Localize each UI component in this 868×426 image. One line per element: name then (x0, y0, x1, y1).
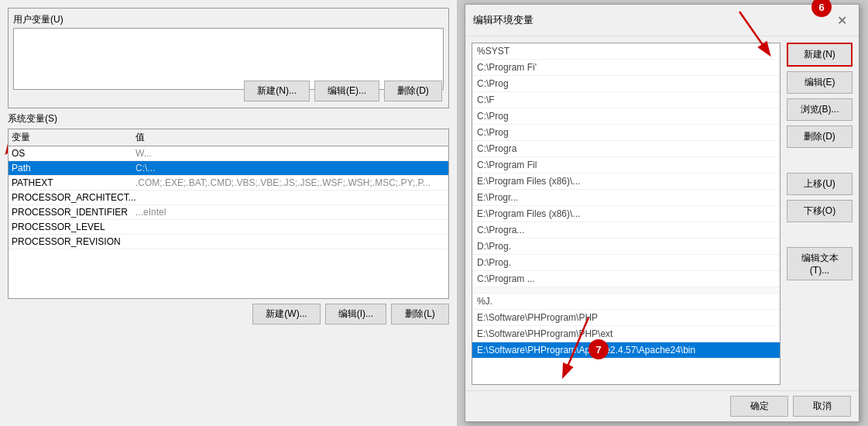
user-vars-section: 用户变量(U) 新建(N)... 编辑(E)... 删除(D) (8, 8, 449, 108)
col-val-header: 值 (136, 131, 445, 144)
cancel-button[interactable]: 取消 (793, 396, 851, 417)
sys-vars-section: 系统变量(S) 变量 值 OSW...PathC:\...PATHEXT.COM… (8, 112, 449, 383)
env-list-items: %SYSTC:\Program Fi'C:\ProgC:\FC:\ProgC:\… (472, 43, 780, 359)
var-cell: OS (12, 148, 136, 159)
move-down-button[interactable]: 下移(O) (787, 200, 853, 222)
table-row[interactable]: PROCESSOR_IDENTIFIER...eIntel (9, 205, 448, 220)
col-var-header: 变量 (12, 131, 136, 144)
list-item[interactable]: E:\Program Files (x86)\... (472, 173, 780, 190)
table-row[interactable]: PROCESSOR_ARCHITECT... (9, 191, 448, 205)
list-item[interactable]: C:\Program Fi' (472, 60, 780, 76)
list-item[interactable]: C:\F (472, 92, 780, 108)
val-cell (136, 236, 445, 247)
edit-text-button[interactable]: 编辑文本(T)... (787, 247, 853, 280)
user-vars-btn-row: 新建(N)... 编辑(E)... 删除(D) (244, 81, 442, 101)
var-cell: Path (12, 163, 136, 173)
left-panel: 用户变量(U) 新建(N)... 编辑(E)... 删除(D) 5 双击 系统变… (0, 0, 457, 426)
list-item[interactable] (472, 287, 780, 294)
dialog-buttons: 新建(N) 编辑(E) 浏览(B)... 删除(D) 上移(U) 下移(O) 编… (787, 43, 853, 385)
confirm-button[interactable]: 确定 (730, 396, 788, 417)
close-button[interactable]: ✕ (832, 11, 851, 29)
env-list[interactable]: %SYSTC:\Program Fi'C:\ProgC:\FC:\ProgC:\… (472, 43, 781, 385)
list-item[interactable]: %J. (472, 294, 780, 310)
table-header: 变量 值 (9, 129, 448, 146)
list-item[interactable]: E:\Software\PHProgram\Apache2.4.57\Apach… (472, 342, 780, 359)
table-row[interactable]: OSW... (9, 146, 448, 161)
table-row[interactable]: PATHEXT.COM;.EXE;.BAT;.CMD;.VBS;.VBE;.JS… (9, 176, 448, 191)
user-new-button[interactable]: 新建(N)... (244, 81, 310, 101)
var-cell: PROCESSOR_ARCHITECT... (12, 192, 136, 203)
edit-button[interactable]: 编辑(E) (787, 71, 853, 94)
user-vars-label: 用户变量(U) (9, 9, 448, 28)
list-item[interactable]: C:\Program ... (472, 271, 780, 287)
val-cell: .COM;.EXE;.BAT;.CMD;.VBS;.VBE;.JS;.JSE;.… (136, 177, 445, 188)
var-cell: PROCESSOR_LEVEL (12, 222, 136, 232)
var-cell: PROCESSOR_REVISION (12, 236, 136, 247)
dialog-title: 编辑环境变量 (473, 13, 533, 27)
sys-vars-table: 变量 值 OSW...PathC:\...PATHEXT.COM;.EXE;.B… (8, 129, 449, 299)
dialog-titlebar: 编辑环境变量 ✕ (465, 5, 859, 36)
move-up-button[interactable]: 上移(U) (787, 173, 853, 195)
table-row[interactable]: PROCESSOR_LEVEL (9, 220, 448, 235)
sys-edit-button[interactable]: 编辑(I)... (325, 304, 386, 325)
user-delete-button[interactable]: 删除(D) (384, 81, 442, 101)
list-item[interactable]: %SYST (472, 43, 780, 60)
list-item[interactable]: E:\Software\PHProgram\PHP (472, 310, 780, 326)
browse-button[interactable]: 浏览(B)... (787, 98, 853, 121)
dialog-body: %SYSTC:\Program Fi'C:\ProgC:\FC:\ProgC:\… (465, 36, 859, 391)
val-cell (136, 222, 445, 232)
list-item[interactable]: C:\Prog (472, 108, 780, 125)
var-cell: PATHEXT (12, 177, 136, 188)
new-button[interactable]: 新建(N) (787, 43, 853, 67)
right-panel: 编辑环境变量 ✕ 6 %SYSTC:\Program Fi'C:\ProgC:\… (465, 4, 859, 422)
var-cell: PROCESSOR_IDENTIFIER (12, 207, 136, 218)
list-item[interactable]: D:\Prog. (472, 239, 780, 255)
user-edit-button[interactable]: 编辑(E)... (314, 81, 379, 101)
sys-vars-btn-row: 新建(W)... 编辑(I)... 删除(L) (8, 304, 449, 325)
val-cell: C:\... (136, 163, 445, 173)
table-row[interactable]: PROCESSOR_REVISION (9, 235, 448, 249)
list-item[interactable]: E:\Program Files (x86)\... (472, 206, 780, 222)
badge-7: 7 (588, 339, 609, 359)
list-item[interactable]: E:\Progr... (472, 190, 780, 206)
sys-vars-rows: OSW...PathC:\...PATHEXT.COM;.EXE;.BAT;.C… (9, 146, 448, 249)
delete-button[interactable]: 删除(D) (787, 125, 853, 148)
list-item[interactable]: C:\Progra (472, 141, 780, 157)
list-item[interactable]: C:\Progra... (472, 222, 780, 239)
val-cell: W... (136, 148, 445, 159)
sys-vars-label: 系统变量(S) (8, 112, 449, 125)
list-item[interactable]: D:\Prog. (472, 255, 780, 271)
sys-delete-button[interactable]: 删除(L) (391, 304, 449, 325)
list-item[interactable]: E:\Software\PHProgram\PHP\ext (472, 326, 780, 342)
list-item[interactable]: C:\Prog (472, 76, 780, 92)
val-cell (136, 192, 445, 203)
table-row[interactable]: PathC:\... (9, 161, 448, 176)
dialog-footer: 确定 取消 (465, 390, 859, 421)
val-cell: ...eIntel (136, 207, 445, 218)
list-item[interactable]: C:\Prog (472, 125, 780, 141)
sys-new-button[interactable]: 新建(W)... (252, 304, 320, 325)
list-item[interactable]: C:\Program Fil (472, 157, 780, 173)
